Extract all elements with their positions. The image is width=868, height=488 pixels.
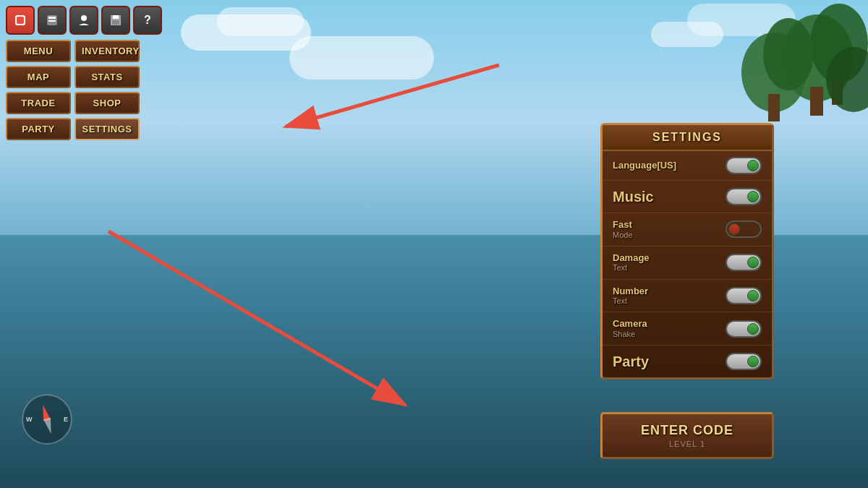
- svg-point-5: [763, 18, 814, 90]
- fast-mode-row: FastMode: [603, 213, 772, 247]
- toolbar: ?: [6, 6, 162, 35]
- camera-shake-label: CameraShake: [613, 318, 647, 339]
- damage-text-label: DamageText: [613, 252, 650, 273]
- music-row: Music: [603, 181, 772, 213]
- compass-east-label: E: [64, 416, 68, 423]
- roblox-icon[interactable]: [6, 6, 35, 35]
- profile-icon[interactable]: [69, 6, 98, 35]
- settings-title: SETTINGS: [603, 125, 772, 151]
- language-toggle-knob: [747, 160, 759, 171]
- number-text-label: NumberText: [613, 286, 648, 307]
- svg-rect-16: [112, 20, 119, 25]
- damage-text-toggle[interactable]: [726, 254, 762, 271]
- party-label: Party: [613, 353, 649, 370]
- music-toggle[interactable]: [726, 188, 762, 205]
- party-toggle-knob: [747, 356, 759, 367]
- fast-mode-toggle[interactable]: [726, 221, 762, 238]
- cloud-2: [217, 7, 304, 36]
- map-button[interactable]: MAP: [6, 66, 71, 88]
- svg-rect-2: [810, 87, 823, 116]
- level-label: LEVEL 1: [611, 440, 763, 448]
- shop-button[interactable]: SHOP: [75, 92, 140, 114]
- camera-shake-toggle-knob: [747, 323, 759, 335]
- language-label: Language[US]: [613, 160, 676, 171]
- camera-shake-toggle[interactable]: [726, 320, 762, 338]
- settings-panel: SETTINGS Language[US] Music FastMode Dam…: [600, 123, 774, 380]
- nav-menu: MENU INVENTORY MAP STATS TRADE SHOP PART…: [6, 40, 140, 140]
- music-label: Music: [613, 188, 654, 205]
- camera-shake-row: CameraShake: [603, 312, 772, 346]
- svg-rect-6: [768, 94, 780, 121]
- fast-mode-label: FastMode: [613, 219, 633, 240]
- save-icon[interactable]: [101, 6, 130, 35]
- settings-button[interactable]: SETTINGS: [75, 118, 140, 140]
- number-text-toggle-knob: [747, 290, 759, 301]
- quest-icon[interactable]: [38, 6, 67, 35]
- number-text-row: NumberText: [603, 280, 772, 313]
- enter-code-button[interactable]: ENTER CODE LEVEL 1: [600, 412, 774, 459]
- svg-rect-9: [17, 17, 24, 24]
- enter-code-label: ENTER CODE: [611, 423, 763, 438]
- number-text-toggle[interactable]: [726, 287, 762, 304]
- party-row: Party: [603, 346, 772, 377]
- svg-rect-15: [113, 15, 119, 19]
- compass-circle: E W: [22, 394, 72, 445]
- party-toggle[interactable]: [726, 353, 762, 370]
- svg-rect-12: [48, 20, 56, 22]
- language-row: Language[US]: [603, 151, 772, 181]
- help-icon[interactable]: ?: [133, 6, 162, 35]
- stats-button[interactable]: STATS: [75, 66, 140, 88]
- svg-rect-11: [48, 17, 56, 19]
- music-toggle-knob: [747, 191, 759, 202]
- cloud-3: [289, 36, 434, 80]
- menu-button[interactable]: MENU: [6, 40, 71, 62]
- language-toggle[interactable]: [726, 157, 762, 174]
- compass: E W: [22, 394, 72, 445]
- inventory-button[interactable]: INVENTORY: [75, 40, 140, 62]
- damage-text-toggle-knob: [747, 257, 759, 268]
- party-button[interactable]: PARTY: [6, 118, 71, 140]
- trade-button[interactable]: TRADE: [6, 92, 71, 114]
- damage-text-row: DamageText: [603, 247, 772, 280]
- fast-mode-toggle-knob: [728, 223, 740, 235]
- compass-west-label: W: [26, 416, 33, 423]
- svg-point-13: [81, 15, 87, 21]
